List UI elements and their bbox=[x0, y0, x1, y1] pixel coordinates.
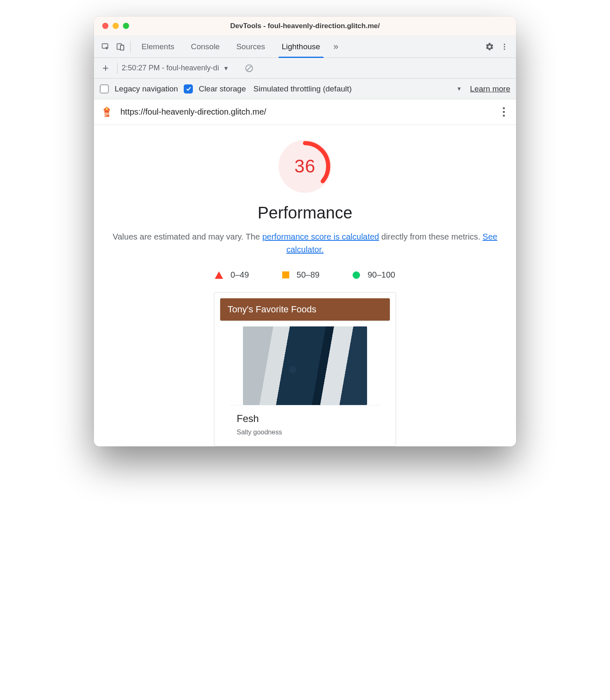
svg-point-14 bbox=[282, 143, 328, 189]
legend-fail: 0–49 bbox=[215, 270, 249, 280]
report-selector[interactable]: 2:50:27 PM - foul-heavenly-di ▼ bbox=[122, 64, 238, 72]
separator bbox=[117, 63, 118, 74]
tab-label: Elements bbox=[142, 42, 174, 51]
traffic-lights bbox=[102, 23, 129, 29]
preview-card-title: Fesh bbox=[237, 413, 373, 424]
legend-label: 90–100 bbox=[367, 270, 395, 280]
clear-report-icon[interactable] bbox=[242, 61, 257, 76]
circle-green-icon bbox=[353, 271, 360, 279]
devtools-tabstrip: Elements Console Sources Lighthouse » bbox=[94, 36, 516, 58]
report-selector-label: 2:50:27 PM - foul-heavenly-di bbox=[122, 64, 219, 72]
square-orange-icon bbox=[282, 271, 289, 278]
page-screenshot-card: Tony's Favorite Foods Fesh Salty goodnes… bbox=[214, 292, 396, 446]
triangle-red-icon bbox=[215, 271, 223, 279]
legend-label: 50–89 bbox=[297, 270, 320, 280]
report-url-row: https://foul-heavenly-direction.glitch.m… bbox=[94, 99, 516, 125]
more-tabs-icon[interactable]: » bbox=[329, 39, 343, 54]
tab-console[interactable]: Console bbox=[183, 36, 228, 58]
svg-point-5 bbox=[504, 46, 505, 47]
lighthouse-icon bbox=[101, 106, 113, 118]
score-calculated-link[interactable]: performance score is calculated bbox=[262, 232, 379, 241]
throttling-label: Simulated throttling (default) bbox=[253, 84, 352, 93]
preview-header: Tony's Favorite Foods bbox=[220, 298, 390, 321]
score-legend: 0–49 50–89 90–100 bbox=[110, 270, 500, 280]
window-title: DevTools - foul-heavenly-direction.glitc… bbox=[94, 22, 516, 30]
performance-gauge[interactable]: 36 bbox=[279, 140, 331, 193]
legacy-navigation-checkbox[interactable] bbox=[100, 84, 109, 93]
svg-rect-2 bbox=[120, 45, 124, 50]
preview-image bbox=[243, 326, 367, 405]
tab-label: Console bbox=[191, 42, 220, 51]
tab-lighthouse[interactable]: Lighthouse bbox=[274, 36, 329, 58]
tab-elements[interactable]: Elements bbox=[133, 36, 183, 58]
desc-text: Values are estimated and may vary. The bbox=[113, 232, 262, 241]
learn-more-link[interactable]: Learn more bbox=[470, 84, 510, 93]
new-report-button[interactable]: + bbox=[98, 61, 113, 76]
legend-pass: 90–100 bbox=[353, 270, 395, 280]
preview-card: Fesh Salty goodness bbox=[230, 405, 380, 439]
clear-storage-label: Clear storage bbox=[199, 84, 246, 93]
titlebar: DevTools - foul-heavenly-direction.glitc… bbox=[94, 17, 516, 36]
lighthouse-settings-bar: Legacy navigation Clear storage Simulate… bbox=[94, 79, 516, 99]
svg-point-4 bbox=[504, 43, 505, 45]
settings-icon[interactable] bbox=[482, 39, 497, 54]
window: DevTools - foul-heavenly-direction.glitc… bbox=[94, 17, 516, 446]
kebab-menu-icon[interactable] bbox=[497, 39, 512, 54]
device-toolbar-icon[interactable] bbox=[113, 39, 128, 54]
inspect-element-icon[interactable] bbox=[98, 39, 113, 54]
preview-card-subtitle: Salty goodness bbox=[237, 429, 373, 436]
legend-average: 50–89 bbox=[282, 270, 320, 280]
svg-line-8 bbox=[247, 66, 252, 70]
report-url: https://foul-heavenly-direction.glitch.m… bbox=[120, 107, 266, 117]
svg-rect-13 bbox=[106, 108, 108, 110]
desc-text: directly from these metrics. bbox=[379, 232, 483, 241]
svg-point-6 bbox=[504, 48, 505, 50]
tab-label: Lighthouse bbox=[282, 42, 320, 51]
performance-description: Values are estimated and may vary. The p… bbox=[110, 230, 500, 256]
tab-label: Sources bbox=[236, 42, 265, 51]
chevron-down-icon[interactable]: ▼ bbox=[456, 86, 462, 92]
chevron-down-icon: ▼ bbox=[223, 65, 229, 72]
svg-rect-11 bbox=[104, 110, 109, 113]
lighthouse-report: 36 Performance Values are estimated and … bbox=[94, 125, 516, 446]
close-window-button[interactable] bbox=[102, 23, 108, 29]
separator bbox=[130, 41, 131, 53]
report-menu-icon[interactable] bbox=[498, 107, 509, 117]
clear-storage-checkbox[interactable] bbox=[184, 84, 193, 93]
maximize-window-button[interactable] bbox=[123, 23, 129, 29]
legacy-navigation-label: Legacy navigation bbox=[115, 84, 178, 93]
performance-heading: Performance bbox=[110, 204, 500, 222]
minimize-window-button[interactable] bbox=[113, 23, 119, 29]
legend-label: 0–49 bbox=[231, 270, 249, 280]
tab-sources[interactable]: Sources bbox=[228, 36, 274, 58]
lighthouse-toolbar: + 2:50:27 PM - foul-heavenly-di ▼ bbox=[94, 58, 516, 79]
